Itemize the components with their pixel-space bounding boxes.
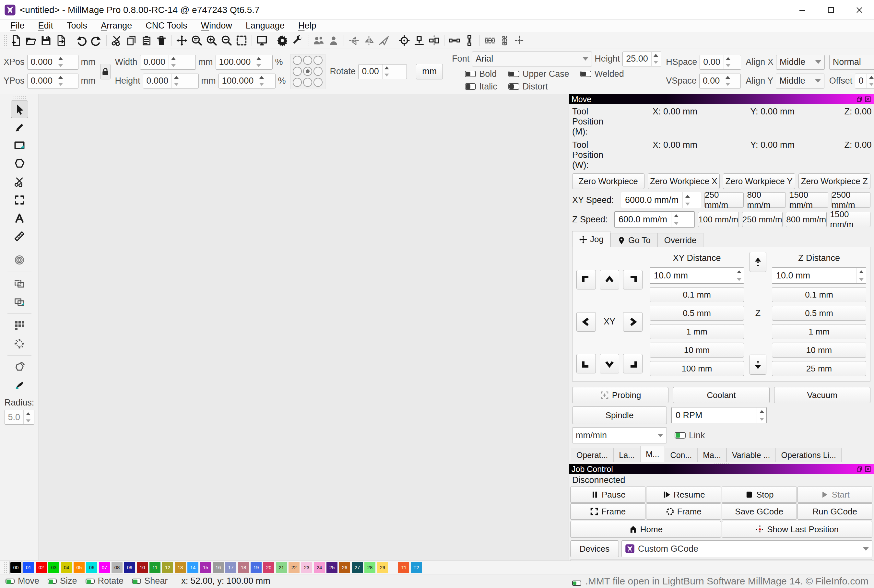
pan-button[interactable] [174, 33, 189, 48]
palette-swatch-25[interactable]: 25 [327, 562, 337, 573]
run-gcode-button[interactable]: Run GCode [798, 503, 873, 520]
trace-tool-button[interactable] [11, 376, 28, 394]
group-button[interactable] [311, 33, 326, 48]
palette-swatch-16[interactable]: 16 [213, 562, 224, 573]
zoom-in-button[interactable] [204, 33, 219, 48]
dock-tab-0[interactable]: Operat... [571, 448, 613, 462]
zoom-out-button[interactable] [219, 33, 234, 48]
mirror-button[interactable] [376, 33, 391, 48]
move-to-origin-button[interactable] [397, 33, 412, 48]
machine-tools-button[interactable] [290, 33, 305, 48]
align-x-combo[interactable]: Middle [776, 55, 825, 70]
xy-speed-preset-3[interactable]: 2500 mm/m [832, 192, 871, 208]
grid-array-tool-button[interactable] [11, 317, 28, 334]
z-speed-input[interactable]: 600.0 mm/m [614, 212, 695, 228]
job-control-header[interactable]: Job Control [569, 464, 874, 474]
anchor-point-6[interactable] [293, 78, 302, 87]
palette-swatch-14[interactable]: 14 [187, 562, 198, 573]
palette-swatch-05[interactable]: 05 [73, 562, 85, 573]
offset-rings-tool-button[interactable] [11, 251, 28, 269]
float-panel-icon[interactable] [856, 96, 863, 102]
palette-swatch-02[interactable]: 02 [36, 562, 47, 573]
move-snap-toggle[interactable]: Move [6, 576, 39, 586]
flip-horizontal-button[interactable] [361, 33, 376, 48]
palette-swatch-29[interactable]: 29 [377, 562, 388, 573]
flip-vertical-button[interactable] [346, 33, 361, 48]
anchor-point-selector[interactable] [291, 54, 325, 89]
dock-tab-4[interactable]: Ma... [697, 448, 727, 462]
z-distance-preset-1[interactable]: 0.5 mm [772, 306, 866, 321]
zero-workpiece-button-2[interactable]: Zero Workpiece Y [723, 173, 795, 189]
measure-tool-button[interactable] [11, 228, 28, 245]
rotate-input[interactable]: 0.00 [358, 64, 407, 79]
xy-distance-preset-1[interactable]: 0.5 mm [650, 306, 744, 321]
save-button[interactable] [39, 33, 54, 48]
file-export-button[interactable] [54, 33, 68, 48]
radius-input[interactable]: 5.0 [4, 410, 34, 424]
redo-button[interactable] [89, 33, 104, 48]
select-tool-button[interactable] [11, 100, 28, 118]
xy-distance-preset-4[interactable]: 100 mm [650, 361, 744, 376]
zero-workpiece-button-1[interactable]: Zero Workpiece X [648, 173, 720, 189]
dock-tab-6[interactable]: Operations Li... [776, 448, 842, 462]
toolbar-drag-handle[interactable] [4, 34, 7, 46]
welded-toggle[interactable]: Welded [580, 69, 624, 79]
palette-swatch-18[interactable]: 18 [238, 562, 249, 573]
palette-swatch-01[interactable]: 01 [23, 562, 34, 573]
tab-jog[interactable]: Jog [572, 231, 610, 248]
xy-distance-preset-2[interactable]: 1 mm [650, 324, 744, 339]
float-panel-icon[interactable] [856, 466, 863, 472]
delete-button[interactable] [154, 33, 169, 48]
polygon-tool-button[interactable] [11, 155, 28, 172]
z-distance-preset-0[interactable]: 0.1 mm [772, 287, 866, 302]
distribute-vertical-button[interactable] [462, 33, 477, 48]
frame-rect-button[interactable]: Frame [570, 503, 645, 520]
tab-override[interactable]: Override [657, 233, 703, 248]
spindle-rpm-input[interactable]: 0 RPM [672, 407, 767, 423]
tab-go-to[interactable]: Go To [610, 233, 657, 248]
undo-button[interactable] [74, 33, 89, 48]
link-toggle[interactable]: Link [675, 430, 705, 441]
resize-height-button[interactable] [497, 33, 512, 48]
dock-tab-1[interactable]: La... [613, 448, 640, 462]
menu-tools[interactable]: Tools [60, 20, 94, 32]
z-distance-preset-3[interactable]: 10 mm [772, 343, 866, 357]
height-percent-input[interactable]: 100.000 [219, 74, 276, 88]
stop-button[interactable]: Stop [722, 486, 797, 503]
align-center-button[interactable] [427, 33, 442, 48]
palette-swatch-T2[interactable]: T2 [411, 562, 422, 573]
jog-up-right-button[interactable] [623, 270, 643, 290]
toolbar-drag-handle[interactable] [306, 34, 310, 46]
palette-swatch-27[interactable]: 27 [352, 562, 363, 573]
palette-swatch-22[interactable]: 22 [289, 562, 300, 573]
palette-swatch-19[interactable]: 19 [250, 562, 262, 573]
xy-distance-preset-3[interactable]: 10 mm [650, 343, 744, 357]
anchor-point-2[interactable] [313, 56, 322, 65]
font-height-input[interactable]: 25.00 [622, 51, 661, 66]
save-gcode-button[interactable]: Save GCode [722, 503, 797, 520]
jog-right-button[interactable] [623, 312, 643, 332]
dock-tab-2[interactable]: M... [640, 446, 665, 462]
cut-button[interactable] [109, 33, 124, 48]
palette-swatch-17[interactable]: 17 [225, 562, 236, 573]
boolean-tool-button[interactable] [11, 293, 28, 310]
resume-button[interactable]: Resume [646, 486, 721, 503]
xy-speed-preset-0[interactable]: 250 mm/m [705, 192, 744, 208]
edit-nodes-tool-button[interactable] [11, 191, 28, 209]
xy-distance-preset-0[interactable]: 0.1 mm [650, 287, 744, 302]
height-input[interactable]: 0.000 [143, 74, 199, 88]
show-last-position-button[interactable]: Show Last Position [722, 521, 873, 538]
preview-button[interactable] [255, 33, 269, 48]
device-combo[interactable]: Custom GCode [621, 540, 873, 557]
z-speed-preset-1[interactable]: 250 mm/m [742, 212, 783, 227]
probing-button[interactable]: Probing [572, 387, 669, 403]
rect-tool-button[interactable] [11, 137, 28, 154]
jog-down-right-button[interactable] [623, 354, 643, 374]
devices-button[interactable]: Devices [570, 540, 619, 557]
palette-swatch-26[interactable]: 26 [339, 562, 350, 573]
align-bottom-button[interactable] [412, 33, 427, 48]
menu-window[interactable]: Window [194, 20, 239, 32]
palette-swatch-04[interactable]: 04 [61, 562, 72, 573]
units-button[interactable]: mm [416, 64, 443, 80]
palette-swatch-15[interactable]: 15 [200, 562, 211, 573]
